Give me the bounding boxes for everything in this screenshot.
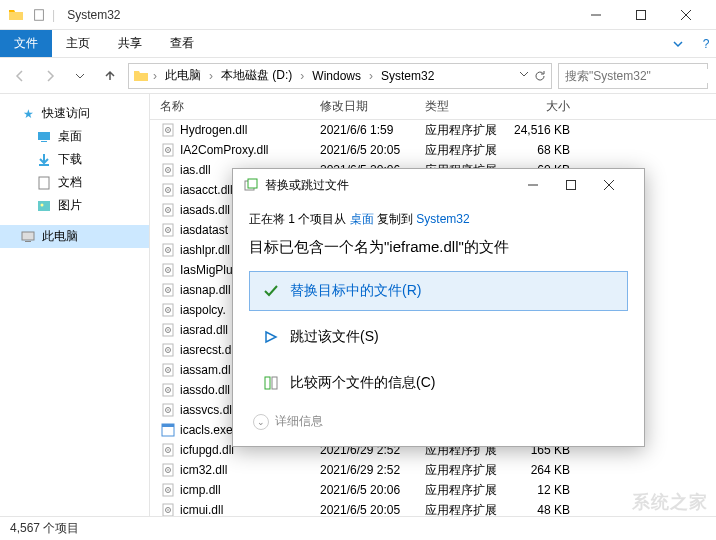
sidebar-desktop[interactable]: 桌面 [0, 125, 149, 148]
chevron-right-icon[interactable]: › [151, 69, 159, 83]
file-icon [160, 302, 176, 318]
close-button[interactable] [663, 1, 708, 29]
nav-history-button[interactable] [68, 64, 92, 88]
dialog-close-button[interactable] [604, 180, 634, 190]
dialog-more-details[interactable]: ⌄ 详细信息 [249, 413, 628, 430]
file-icon [160, 122, 176, 138]
svg-point-66 [167, 469, 169, 471]
crumb-windows[interactable]: Windows [308, 67, 365, 85]
sidebar-pictures[interactable]: 图片 [0, 194, 149, 217]
svg-point-72 [167, 509, 169, 511]
search-box[interactable] [558, 63, 708, 89]
chevron-right-icon[interactable]: › [367, 69, 375, 83]
file-icon [160, 222, 176, 238]
sidebar-quick-access[interactable]: ★ 快速访问 [0, 102, 149, 125]
dialog-source-link[interactable]: 桌面 [350, 212, 374, 226]
doc-icon [32, 8, 46, 22]
file-size: 48 KB [510, 503, 580, 516]
file-icon [160, 442, 176, 458]
file-name: icmp.dll [180, 483, 221, 497]
nav-forward-button[interactable] [38, 64, 62, 88]
svg-rect-83 [272, 377, 277, 389]
file-row[interactable]: Hydrogen.dll2021/6/6 1:59应用程序扩展24,516 KB [150, 120, 716, 140]
file-icon [160, 282, 176, 298]
file-size: 24,516 KB [510, 123, 580, 137]
chevron-down-icon: ⌄ [253, 414, 269, 430]
column-date[interactable]: 修改日期 [320, 98, 425, 115]
file-icon [160, 362, 176, 378]
column-name[interactable]: 名称 [150, 98, 320, 115]
file-row[interactable]: icm32.dll2021/6/29 2:52应用程序扩展264 KB [150, 460, 716, 480]
chevron-right-icon[interactable]: › [298, 69, 306, 83]
tab-view[interactable]: 查看 [156, 30, 208, 57]
tab-home[interactable]: 主页 [52, 30, 104, 57]
sidebar-item-label: 桌面 [58, 128, 82, 145]
sidebar-this-pc[interactable]: 此电脑 [0, 225, 149, 248]
column-type[interactable]: 类型 [425, 98, 510, 115]
column-size[interactable]: 大小 [510, 98, 580, 115]
file-size: 12 KB [510, 483, 580, 497]
nav-up-button[interactable] [98, 64, 122, 88]
file-icon [160, 502, 176, 516]
help-button[interactable]: ? [696, 37, 716, 51]
maximize-button[interactable] [618, 1, 663, 29]
crumb-drive[interactable]: 本地磁盘 (D:) [217, 65, 296, 86]
file-type: 应用程序扩展 [425, 502, 510, 517]
file-name: iassdo.dll [180, 383, 230, 397]
file-date: 2021/6/6 1:59 [320, 123, 425, 137]
file-name: iasads.dll [180, 203, 230, 217]
sidebar-downloads[interactable]: 下载 [0, 148, 149, 171]
dialog-maximize-button[interactable] [566, 180, 596, 190]
file-name: iasnap.dll [180, 283, 231, 297]
crumb-this-pc[interactable]: 此电脑 [161, 65, 205, 86]
copy-icon [243, 177, 259, 193]
option-label: 替换目标中的文件(R) [290, 282, 421, 300]
svg-rect-0 [35, 9, 44, 20]
file-name: icacls.exe [180, 423, 233, 437]
crumb-system32[interactable]: System32 [377, 67, 438, 85]
file-date: 2021/6/29 2:52 [320, 463, 425, 477]
svg-point-49 [167, 349, 169, 351]
tab-share[interactable]: 共享 [104, 30, 156, 57]
file-name: iasrad.dll [180, 323, 228, 337]
option-replace[interactable]: 替换目标中的文件(R) [249, 271, 628, 311]
sidebar-item-label: 文档 [58, 174, 82, 191]
file-icon [160, 422, 176, 438]
ribbon-expand-button[interactable] [660, 38, 696, 50]
search-input[interactable] [565, 69, 715, 83]
sidebar-documents[interactable]: 文档 [0, 171, 149, 194]
refresh-button[interactable] [533, 69, 547, 83]
file-name: IA2ComProxy.dll [180, 143, 268, 157]
sidebar-item-label: 此电脑 [42, 228, 78, 245]
file-date: 2021/6/5 20:05 [320, 143, 425, 157]
option-compare[interactable]: 比较两个文件的信息(C) [249, 363, 628, 403]
file-type: 应用程序扩展 [425, 482, 510, 499]
file-name: iashlpr.dll [180, 243, 230, 257]
chevron-down-icon[interactable] [519, 69, 529, 83]
nav-back-button[interactable] [8, 64, 32, 88]
address-bar[interactable]: › 此电脑 › 本地磁盘 (D:) › Windows › System32 [128, 63, 552, 89]
dialog-minimize-button[interactable] [528, 180, 558, 190]
status-item-count: 4,567 个项目 [10, 520, 79, 537]
more-details-label: 详细信息 [275, 413, 323, 430]
minimize-button[interactable] [573, 1, 618, 29]
file-name: Hydrogen.dll [180, 123, 247, 137]
dialog-dest-link[interactable]: System32 [416, 212, 469, 226]
svg-rect-10 [38, 201, 50, 211]
file-row[interactable]: IA2ComProxy.dll2021/6/5 20:05应用程序扩展68 KB [150, 140, 716, 160]
option-skip[interactable]: 跳过该文件(S) [249, 317, 628, 357]
window-title: System32 [67, 8, 120, 22]
replace-skip-dialog: 替换或跳过文件 正在将 1 个项目从 桌面 复制到 System32 目标已包含… [232, 168, 645, 447]
tab-file[interactable]: 文件 [0, 30, 52, 57]
sidebar: ★ 快速访问 桌面 下载 文档 图片 此电脑 [0, 94, 150, 516]
file-icon [160, 342, 176, 358]
file-size: 68 KB [510, 143, 580, 157]
file-name: icmui.dll [180, 503, 223, 516]
svg-point-37 [167, 269, 169, 271]
column-headers: 名称 修改日期 类型 大小 [150, 94, 716, 120]
folder-icon [8, 7, 24, 23]
svg-point-19 [167, 149, 169, 151]
svg-point-31 [167, 229, 169, 231]
sidebar-item-label: 图片 [58, 197, 82, 214]
chevron-right-icon[interactable]: › [207, 69, 215, 83]
